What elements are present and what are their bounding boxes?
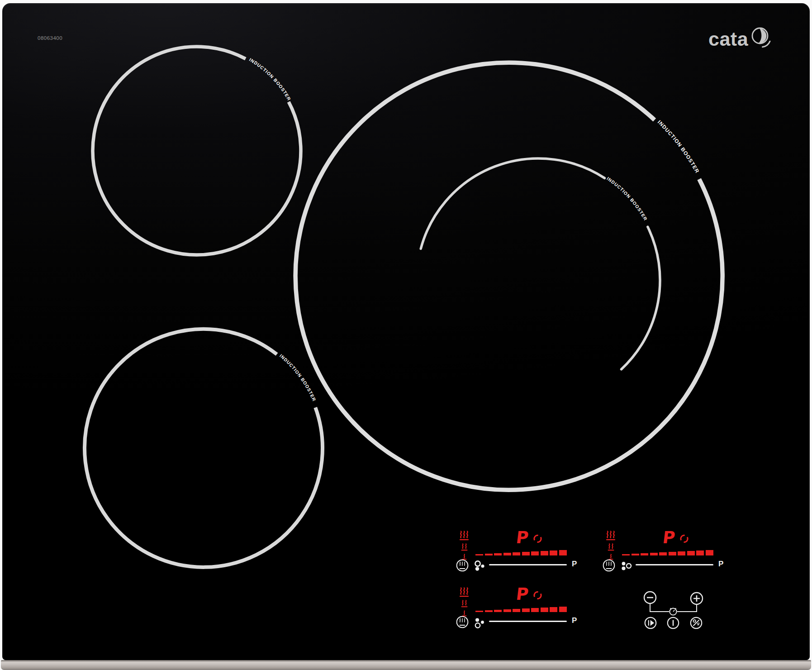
brand-name: cata <box>708 29 748 49</box>
induction-hob: 08063400 cata INDUCTION BOOSTER IN <box>0 0 812 670</box>
power-slider[interactable] <box>489 564 567 565</box>
booster-label[interactable]: P <box>572 560 577 569</box>
zone-panel-front: P P <box>455 587 584 631</box>
model-number: 08063400 <box>38 35 62 41</box>
booster-spinner-icon <box>533 590 542 602</box>
timer-connector-line <box>650 603 697 612</box>
booster-label[interactable]: P <box>718 560 723 569</box>
zone-panel-rear-right: P P <box>455 531 584 574</box>
plus-icon[interactable] <box>691 593 703 604</box>
power-display: P <box>515 584 529 604</box>
pan-detection-icon <box>620 560 632 574</box>
front-metal-trim <box>1 660 811 670</box>
keep-warm-button[interactable] <box>456 616 469 630</box>
pan-detection-icon <box>474 617 485 630</box>
power-icon[interactable] <box>668 617 679 628</box>
pan-detection-icon <box>474 560 485 574</box>
residual-heat-indicator <box>458 531 470 562</box>
power-level-bargraph <box>475 548 567 555</box>
heat-level-3-icon <box>459 531 469 542</box>
power-slider[interactable] <box>489 621 567 622</box>
power-level-bargraph <box>622 548 713 555</box>
cata-ring-swoosh-icon <box>750 26 772 51</box>
residual-heat-indicator <box>604 531 617 562</box>
keep-warm-button[interactable] <box>603 559 615 574</box>
booster-spinner-icon <box>680 534 689 546</box>
heat-level-2-icon <box>461 600 468 609</box>
power-slider[interactable] <box>636 564 713 565</box>
timer-icon[interactable] <box>670 608 676 615</box>
minus-icon[interactable] <box>644 592 656 603</box>
heat-level-2-icon <box>607 543 615 553</box>
zone-panel-far-right: P P <box>601 531 730 574</box>
booster-label[interactable]: P <box>572 616 577 625</box>
power-display: P <box>661 528 676 547</box>
residual-heat-indicator <box>458 587 470 618</box>
heat-level-3-icon <box>606 531 616 542</box>
brand-logo: cata <box>708 27 772 51</box>
keep-warm-button[interactable] <box>456 559 469 574</box>
booster-spinner-icon <box>533 534 542 546</box>
power-level-bargraph <box>475 604 567 612</box>
heat-level-3-icon <box>459 587 469 599</box>
key-lock-icon[interactable] <box>691 617 702 628</box>
power-display: P <box>515 528 529 547</box>
master-controls <box>636 585 712 636</box>
heat-level-2-icon <box>461 543 468 553</box>
play-pause-icon[interactable] <box>645 617 656 628</box>
